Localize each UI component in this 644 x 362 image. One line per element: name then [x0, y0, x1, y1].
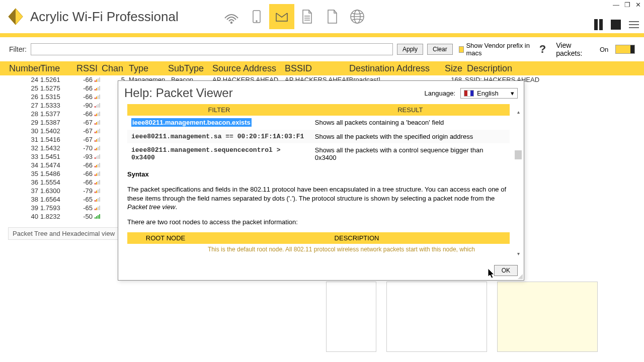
description-header: DESCRIPTION: [204, 232, 510, 244]
toggle-on-label: On: [600, 46, 608, 53]
language-selector: Language: English ▾: [425, 88, 518, 99]
filter-bar: Filter: Apply Clear Show Vendor prefix i…: [0, 37, 644, 61]
help-scrollbar[interactable]: ▴ ▾: [515, 108, 522, 257]
chevron-down-icon: ▾: [511, 89, 514, 97]
scroll-thumb[interactable]: [515, 150, 522, 159]
capture-controls: [594, 19, 639, 30]
restore-button[interactable]: ❐: [624, 1, 630, 9]
menu-button[interactable]: [629, 21, 639, 28]
syntax-paragraph-1: The packet specifications and fields in …: [127, 185, 515, 212]
root-node-table: ROOT NODE DESCRIPTION This is the defaul…: [127, 232, 510, 255]
new-document-icon[interactable]: [319, 4, 345, 29]
syntax-heading: Syntax: [127, 170, 515, 178]
svg-marker-1: [9, 9, 16, 25]
apply-button[interactable]: Apply: [397, 44, 423, 55]
svg-point-2: [230, 22, 232, 24]
filter-examples-table: FILTER RESULT ieee80211.management.beaco…: [127, 104, 510, 164]
scroll-up-icon[interactable]: ▴: [515, 108, 522, 115]
flag-icon: [464, 90, 474, 97]
titlebar: Acrylic Wi-Fi Professional — ❐ ✕: [0, 0, 644, 33]
svg-point-4: [256, 21, 257, 22]
help-body: FILTER RESULT ieee80211.management.beaco…: [118, 104, 524, 261]
language-value: English: [477, 89, 499, 97]
checkbox-icon: [459, 46, 464, 53]
col-number[interactable]: Number: [0, 63, 40, 74]
filter-example-row: ieee80211.management.beacon.existsShows …: [127, 116, 510, 130]
col-source[interactable]: Source Address: [212, 63, 285, 74]
panel-1: [326, 282, 376, 352]
close-button[interactable]: ✕: [635, 1, 641, 9]
help-title: Help: Packet Viewer: [124, 86, 233, 100]
vendor-checkbox[interactable]: Show Vendor prefix in macs: [459, 42, 530, 57]
wifi-icon[interactable]: [219, 4, 244, 29]
col-subtype[interactable]: SubType: [168, 63, 212, 74]
ok-button[interactable]: OK: [494, 265, 518, 276]
clear-button[interactable]: Clear: [427, 44, 453, 55]
document-icon[interactable]: [294, 4, 319, 29]
help-dialog: Help: Packet Viewer Language: English ▾ …: [118, 80, 524, 281]
language-dropdown[interactable]: English ▾: [460, 88, 518, 99]
help-icon[interactable]: ?: [539, 43, 546, 56]
view-toggle[interactable]: [615, 45, 635, 54]
filter-input[interactable]: [31, 43, 393, 55]
view-packets-label: View packets:: [556, 41, 591, 57]
packets-icon[interactable]: [269, 4, 294, 29]
panel-2: [386, 282, 487, 352]
toolbar: [219, 4, 370, 29]
table-header: Number Time RSSI Chan Type SubType Sourc…: [0, 61, 644, 75]
app-title: Acrylic Wi-Fi Professional: [30, 9, 179, 25]
result-header: RESULT: [311, 104, 510, 116]
accent-divider: [0, 33, 644, 37]
app-logo: [6, 7, 25, 26]
stop-button[interactable]: [611, 20, 621, 30]
col-bssid[interactable]: BSSID: [285, 63, 349, 74]
window-controls: — ❐ ✕: [613, 1, 641, 9]
filter-example-row: ieee80211.management.sa == 00:20:1F:1A:0…: [127, 130, 510, 143]
scroll-down-icon[interactable]: ▾: [515, 250, 522, 257]
root-node-text: This is the default root node. All 802.1…: [204, 244, 510, 255]
col-time[interactable]: Time: [40, 63, 76, 74]
filter-label: Filter:: [9, 45, 27, 53]
col-rssi[interactable]: RSSI: [76, 63, 102, 74]
resize-grip[interactable]: [517, 273, 523, 279]
col-dest[interactable]: Destination Address: [349, 63, 445, 74]
help-header: Help: Packet Viewer Language: English ▾: [118, 81, 524, 104]
panel-3: [497, 282, 598, 352]
filter-example-row: ieee80211.management.sequencecontrol > 0…: [127, 143, 510, 164]
device-icon[interactable]: [244, 4, 269, 29]
minimize-button[interactable]: —: [613, 1, 619, 9]
syntax-paragraph-2: There are two root nodes to access the p…: [127, 218, 515, 227]
pause-button[interactable]: [594, 19, 603, 30]
col-size[interactable]: Size: [445, 63, 467, 74]
vendor-label: Show Vendor prefix in macs: [466, 42, 530, 57]
root-node-header: ROOT NODE: [127, 232, 204, 244]
col-chan[interactable]: Chan: [102, 63, 129, 74]
language-label: Language:: [425, 89, 455, 97]
filter-header: FILTER: [127, 104, 311, 116]
bottom-panels: [326, 282, 598, 352]
help-footer: OK: [118, 261, 524, 280]
col-type[interactable]: Type: [129, 63, 168, 74]
globe-icon[interactable]: [345, 4, 370, 29]
col-desc[interactable]: Description: [467, 63, 644, 74]
packet-tree-tab[interactable]: Packet Tree and Hexadecimal view: [8, 227, 119, 240]
